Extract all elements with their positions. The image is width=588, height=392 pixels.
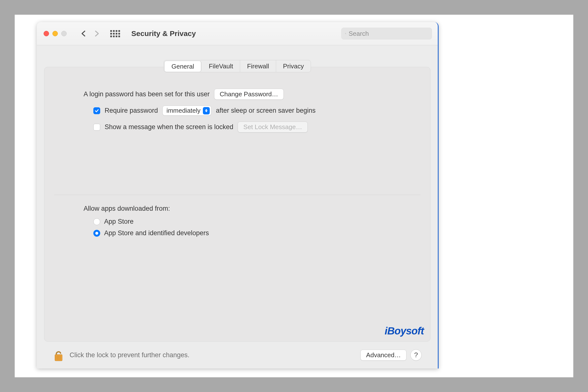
toolbar: Security & Privacy xyxy=(37,22,438,45)
set-lock-message-button[interactable]: Set Lock Message… xyxy=(238,122,308,132)
show-lock-message-label: Show a message when the screen is locked xyxy=(104,123,233,131)
tab-privacy[interactable]: Privacy xyxy=(276,60,311,72)
show-all-icon[interactable] xyxy=(110,30,120,37)
tab-filevault[interactable]: FileVault xyxy=(202,60,240,72)
nav-buttons xyxy=(80,30,100,37)
require-password-prefix: Require password xyxy=(104,107,158,114)
tab-bar: General FileVault Firewall Privacy xyxy=(164,60,311,72)
require-password-checkbox[interactable] xyxy=(93,107,100,114)
window-controls xyxy=(44,31,67,36)
tab-general[interactable]: General xyxy=(165,61,202,72)
allow-apps-label: Allow apps downloaded from: xyxy=(84,205,416,212)
search-input[interactable] xyxy=(349,30,428,38)
minimize-window-button[interactable] xyxy=(52,31,58,36)
tab-firewall[interactable]: Firewall xyxy=(240,60,276,72)
require-password-delay-select[interactable]: immediately xyxy=(162,106,212,116)
forward-button[interactable] xyxy=(93,30,100,37)
help-button[interactable]: ? xyxy=(410,349,422,361)
allow-apps-identified-radio[interactable] xyxy=(93,230,100,237)
require-password-suffix: after sleep or screen saver begins xyxy=(216,107,316,114)
security-privacy-window: Security & Privacy General FileVault Fir… xyxy=(37,22,438,368)
login-password-text: A login password has been set for this u… xyxy=(84,90,210,98)
require-password-delay-value: immediately xyxy=(166,107,201,114)
search-icon xyxy=(345,31,346,36)
lock-hint-text: Click the lock to prevent further change… xyxy=(70,351,190,359)
zoom-window-button[interactable] xyxy=(61,31,67,36)
divider xyxy=(54,195,420,195)
advanced-button[interactable]: Advanced… xyxy=(360,350,406,361)
select-stepper-icon xyxy=(203,107,210,114)
allow-apps-appstore-label: App Store xyxy=(104,218,134,226)
watermark-logo: iBoysoft xyxy=(385,325,424,337)
general-panel: A login password has been set for this u… xyxy=(44,67,430,342)
change-password-button[interactable]: Change Password… xyxy=(214,89,284,100)
back-button[interactable] xyxy=(80,30,87,37)
show-lock-message-checkbox[interactable] xyxy=(93,124,100,130)
close-window-button[interactable] xyxy=(44,31,49,36)
pane-body: General FileVault Firewall Privacy A log… xyxy=(37,45,438,368)
checkmark-icon xyxy=(94,108,99,113)
footer: Click the lock to prevent further change… xyxy=(44,342,430,368)
allow-apps-appstore-radio[interactable] xyxy=(93,218,100,225)
lock-icon[interactable] xyxy=(53,349,64,362)
allow-apps-identified-label: App Store and identified developers xyxy=(104,229,209,237)
window-title: Security & Privacy xyxy=(131,30,196,38)
search-field[interactable] xyxy=(341,28,432,40)
